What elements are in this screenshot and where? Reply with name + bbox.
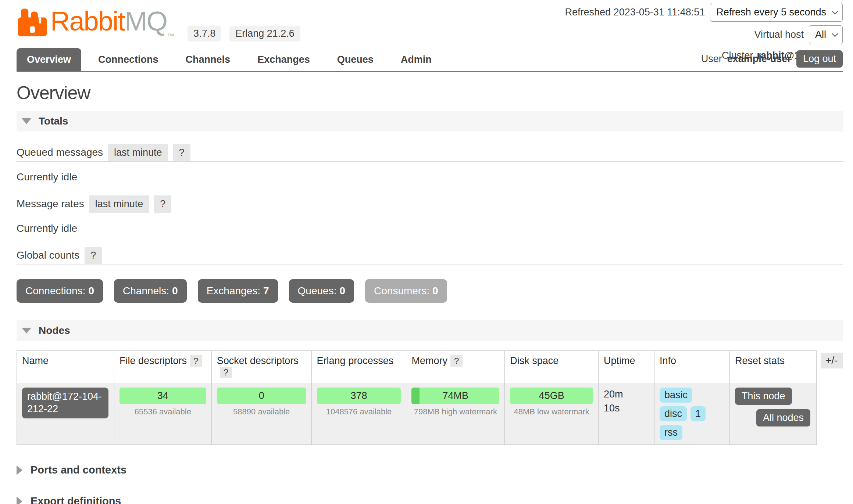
channels-count-button[interactable]: Channels:0	[114, 279, 187, 303]
nodes-section-title: Nodes	[39, 325, 70, 336]
chevron-down-icon	[832, 30, 838, 37]
rabbitmq-logo[interactable]: RabbitMQ™	[17, 7, 174, 41]
export-definitions-section[interactable]: Export definitions	[17, 495, 843, 504]
erlang-version-badge: Erlang 21.2.6	[229, 26, 300, 42]
reset-this-node-button[interactable]: This node	[735, 388, 792, 405]
ports-and-contexts-section[interactable]: Ports and contexts	[17, 464, 843, 476]
user-label: User	[701, 53, 722, 65]
message-rates-label: Message rates	[17, 198, 84, 213]
channels-count-label: Channels:	[123, 285, 169, 296]
erlang-processes-cell: 378 1048576 available	[311, 383, 406, 445]
nodes-table-wrap: +/- Name File descriptors? Socket descri…	[17, 350, 843, 445]
file-descriptors-value: 34	[157, 390, 168, 401]
memory-cell: 74MB 798MB high watermark	[406, 383, 505, 445]
tab-channels[interactable]: Channels	[175, 48, 241, 71]
queued-messages-range-tab[interactable]: last minute	[108, 144, 168, 161]
queues-count-label: Queues:	[298, 285, 337, 296]
memory-help-button[interactable]: ?	[450, 355, 463, 367]
col-reset-stats: Reset stats	[729, 351, 816, 383]
connections-count-button[interactable]: Connections:0	[17, 279, 103, 303]
consumers-count-button[interactable]: Consumers:0	[365, 279, 447, 303]
info-badge-1: 1	[690, 406, 706, 421]
info-badge-basic: basic	[660, 388, 692, 403]
queued-messages-label: Queued messages	[17, 147, 103, 161]
consumers-count-value: 0	[432, 285, 438, 296]
logout-button[interactable]: Log out	[796, 50, 843, 68]
file-descriptors-cell: 34 65536 available	[114, 383, 211, 445]
logo-rabbit-text: Rabbit	[50, 6, 125, 36]
message-rates-range-tab[interactable]: last minute	[89, 195, 149, 213]
col-memory: Memory?	[406, 351, 505, 383]
erlang-processes-value: 378	[350, 390, 367, 401]
global-counts-header: Global counts ?	[17, 247, 843, 264]
totals-section-header[interactable]: Totals	[17, 111, 843, 132]
disk-space-value: 45GB	[539, 390, 564, 401]
expand-triangle-icon	[17, 497, 22, 504]
node-row: rabbit@172-104-212-22 34 65536 available…	[17, 383, 817, 445]
queues-count-button[interactable]: Queues:0	[289, 279, 354, 303]
exchanges-count-label: Exchanges:	[207, 285, 260, 296]
logo-wordmark: RabbitMQ™	[50, 8, 174, 40]
version-badges: 3.7.8 Erlang 21.2.6	[188, 26, 300, 42]
col-file-descriptors: File descriptors?	[114, 351, 211, 383]
reset-stats-cell: This node All nodes	[729, 383, 816, 445]
columns-toggle-button[interactable]: +/-	[821, 353, 843, 368]
queued-messages-idle-text: Currently idle	[17, 171, 843, 183]
erlang-processes-bar: 378	[317, 388, 401, 404]
connections-count-value: 0	[88, 285, 94, 296]
reset-all-nodes-button[interactable]: All nodes	[756, 409, 810, 426]
user-name: example-user	[727, 53, 791, 65]
global-counts-help-button[interactable]: ?	[85, 247, 102, 264]
queued-messages-help-button[interactable]: ?	[173, 144, 190, 161]
virtual-host-label: Virtual host	[754, 29, 804, 40]
tab-exchanges[interactable]: Exchanges	[247, 48, 320, 71]
collapse-triangle-icon	[22, 328, 31, 334]
virtual-host-value: All	[815, 29, 826, 40]
message-rates-help-button[interactable]: ?	[154, 195, 171, 213]
expand-triangle-icon	[17, 465, 22, 475]
channels-count-value: 0	[172, 285, 178, 296]
node-name-badge[interactable]: rabbit@172-104-212-22	[22, 388, 108, 418]
nodes-table: Name File descriptors? Socket descriptor…	[17, 350, 817, 445]
socket-descriptors-cell: 0 58890 available	[211, 383, 311, 445]
socket-descriptors-help-button[interactable]: ?	[220, 367, 232, 378]
global-counts-label: Global counts	[17, 249, 79, 264]
tab-queues[interactable]: Queues	[327, 48, 384, 71]
file-descriptors-bar: 34	[119, 388, 206, 404]
virtual-host-select[interactable]: All	[809, 25, 843, 44]
col-disk-space: Disk space	[505, 351, 599, 383]
rabbitmq-overview-page: RabbitMQ™ 3.7.8 Erlang 21.2.6 Refreshed …	[0, 0, 853, 504]
queues-count-value: 0	[339, 285, 345, 296]
uptime-cell: 20m 10s	[599, 383, 654, 445]
memory-value: 74MB	[443, 390, 469, 401]
col-name: Name	[17, 351, 114, 383]
disk-space-cell: 45GB 48MB low watermark	[505, 383, 599, 445]
col-memory-label: Memory	[411, 355, 447, 366]
logo-mq-text: MQ	[125, 6, 167, 36]
info-badges: basic disc 1 rss	[660, 388, 722, 440]
tab-connections[interactable]: Connections	[88, 48, 169, 71]
refresh-interval-select[interactable]: Refresh every 5 seconds	[710, 3, 843, 22]
col-socket-descriptors: Socket descriptors ?	[211, 351, 311, 383]
socket-descriptors-bar: 0	[217, 388, 306, 404]
tab-admin[interactable]: Admin	[390, 48, 442, 71]
refresh-interval-value: Refresh every 5 seconds	[716, 7, 826, 18]
ports-and-contexts-title: Ports and contexts	[31, 464, 126, 476]
memory-used-fill	[411, 388, 419, 404]
user-area: User example-user Log out	[701, 50, 843, 68]
file-descriptors-help-button[interactable]: ?	[190, 355, 202, 367]
file-descriptors-sub: 65536 available	[119, 407, 206, 417]
page-title: Overview	[17, 82, 843, 104]
queued-messages-header: Queued messages last minute ?	[17, 144, 843, 162]
rabbitmq-logo-icon	[17, 7, 48, 41]
socket-descriptors-value: 0	[259, 390, 264, 401]
message-rates-idle-text: Currently idle	[17, 223, 843, 234]
nodes-section-header[interactable]: Nodes	[17, 320, 843, 341]
global-counters: Connections:0 Channels:0 Exchanges:7 Que…	[17, 279, 843, 303]
node-name-cell: rabbit@172-104-212-22	[17, 383, 114, 445]
disk-space-sub: 48MB low watermark	[510, 407, 593, 417]
tab-overview[interactable]: Overview	[17, 48, 81, 71]
exchanges-count-button[interactable]: Exchanges:7	[198, 279, 278, 303]
connections-count-label: Connections:	[25, 285, 85, 296]
totals-section-title: Totals	[39, 115, 68, 127]
